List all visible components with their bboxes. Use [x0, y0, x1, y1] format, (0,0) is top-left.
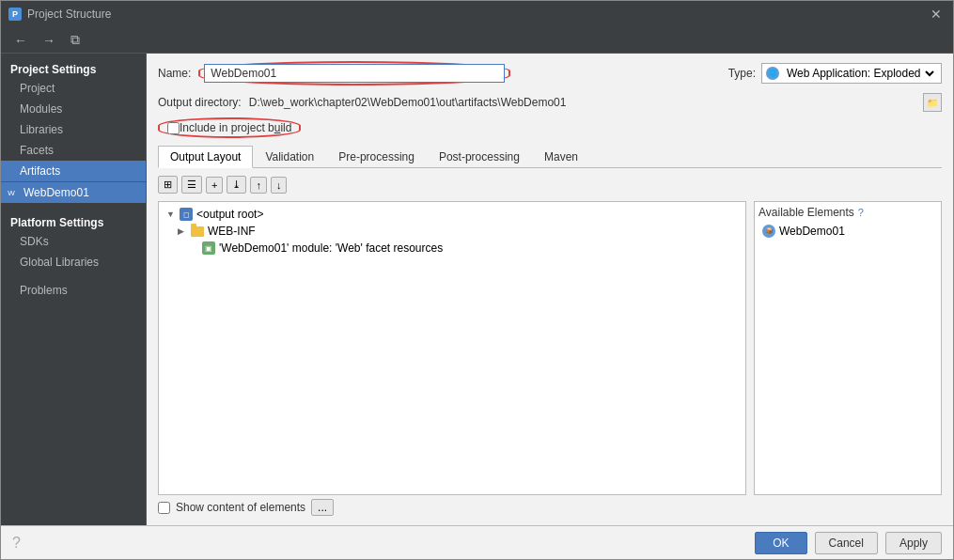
- bottom-area: Show content of elements ...: [158, 495, 942, 518]
- available-item-webdemo01[interactable]: 📦 WebDemo01: [759, 223, 937, 240]
- back-button[interactable]: ←: [8, 31, 33, 50]
- move-up-button[interactable]: ↑: [250, 177, 267, 194]
- output-tree[interactable]: ▼ ◻ <output root> ▶ WEB-INF ▣ 'WebDemo01…: [158, 201, 746, 495]
- artifact-header: Name: Type: 🌐 Web Application: Exploded: [158, 61, 942, 86]
- copy-button[interactable]: ⧉: [65, 30, 86, 50]
- available-elements-title: Available Elements: [759, 206, 854, 219]
- tree-item-facet-resources[interactable]: ▣ 'WebDemo01' module: 'Web' facet resour…: [163, 240, 742, 257]
- sidebar-item-artifacts[interactable]: Artifacts: [1, 161, 146, 181]
- apply-button[interactable]: Apply: [885, 532, 942, 554]
- sidebar: Project Settings Project Modules Librari…: [1, 54, 147, 525]
- sidebar-item-libraries[interactable]: Libraries: [1, 119, 146, 140]
- expand-arrow-facet: [189, 243, 198, 253]
- forward-button[interactable]: →: [37, 31, 61, 50]
- web-app-icon: 🌐: [766, 67, 779, 80]
- expand-arrow-output-root: ▼: [166, 210, 176, 219]
- title-bar: P Project Structure ✕: [1, 1, 953, 27]
- close-button[interactable]: ✕: [927, 7, 946, 22]
- web-inf-folder-icon: [191, 226, 204, 237]
- output-toolbar: ⊞ ☰ + ⤓ ↑ ↓: [158, 174, 942, 195]
- name-label: Name:: [158, 67, 191, 80]
- type-select-container[interactable]: 🌐 Web Application: Exploded: [761, 63, 942, 84]
- tab-output-layout[interactable]: Output Layout: [158, 146, 253, 168]
- include-project-build-checkbox[interactable]: [167, 122, 180, 134]
- facet-resources-label: 'WebDemo01' module: 'Web' facet resource…: [219, 241, 443, 255]
- platform-settings-label: Platform Settings: [1, 210, 146, 231]
- available-elements-header: Available Elements ?: [759, 206, 937, 219]
- artifact-sidebar-entry[interactable]: W WebDemo01: [1, 181, 146, 203]
- add-button[interactable]: +: [206, 177, 223, 194]
- type-row: Type: 🌐 Web Application: Exploded: [728, 63, 942, 84]
- type-label: Type:: [728, 67, 756, 80]
- web-inf-label: WEB-INF: [208, 225, 256, 238]
- window-title: Project Structure: [27, 8, 927, 21]
- output-dir-label: Output directory:: [158, 96, 242, 109]
- sidebar-item-project[interactable]: Project: [1, 78, 146, 99]
- include-project-build-row: Include in project build: [158, 117, 942, 138]
- right-panel: Name: Type: 🌐 Web Application: Exploded: [147, 54, 953, 525]
- sidebar-item-facets[interactable]: Facets: [1, 140, 146, 161]
- include-project-build-label[interactable]: Include in project build: [180, 121, 291, 134]
- output-dir-value: D:\web_work\chapter02\WebDemo01\out\arti…: [249, 96, 915, 109]
- sidebar-item-problems[interactable]: Problems: [1, 280, 146, 301]
- tab-bar: Output Layout Validation Pre-processing …: [158, 146, 942, 168]
- tab-post-processing[interactable]: Post-processing: [427, 146, 532, 167]
- include-highlight-oval: Include in project build: [158, 117, 301, 138]
- project-structure-dialog: P Project Structure ✕ ← → ⧉ Project Sett…: [0, 0, 954, 560]
- available-item-label: WebDemo01: [779, 225, 845, 238]
- expand-arrow-web-inf: ▶: [178, 226, 187, 236]
- show-content-checkbox[interactable]: [158, 502, 170, 514]
- cancel-button[interactable]: Cancel: [815, 532, 878, 554]
- tab-pre-processing[interactable]: Pre-processing: [326, 146, 427, 167]
- type-dropdown[interactable]: Web Application: Exploded: [783, 66, 937, 81]
- show-content-label[interactable]: Show content of elements: [176, 501, 305, 514]
- sidebar-item-sdks[interactable]: SDKs: [1, 231, 146, 252]
- tab-validation[interactable]: Validation: [253, 146, 326, 167]
- sidebar-item-modules[interactable]: Modules: [1, 99, 146, 119]
- tree-item-output-root[interactable]: ▼ ◻ <output root>: [163, 206, 742, 223]
- available-elements-help-icon[interactable]: ?: [858, 207, 864, 218]
- show-directories-button[interactable]: ☰: [181, 176, 202, 194]
- main-toolbar: ← → ⧉: [1, 27, 953, 54]
- move-down-button[interactable]: ↓: [271, 177, 288, 194]
- available-item-icon: 📦: [762, 225, 775, 238]
- footer-help-icon[interactable]: ?: [12, 535, 21, 552]
- name-input[interactable]: [204, 64, 505, 83]
- output-dir-row: Output directory: D:\web_work\chapter02\…: [158, 93, 942, 112]
- output-root-icon: ◻: [180, 208, 193, 221]
- footer: ? OK Cancel Apply: [1, 525, 953, 559]
- output-dir-browse-button[interactable]: 📁: [923, 93, 942, 112]
- name-highlight-oval: [198, 61, 510, 86]
- project-settings-label: Project Settings: [1, 57, 146, 78]
- tab-maven[interactable]: Maven: [532, 146, 590, 167]
- ellipsis-button[interactable]: ...: [311, 499, 334, 516]
- facet-resource-icon: ▣: [202, 241, 215, 255]
- available-elements-panel: Available Elements ? 📦 WebDemo01: [754, 201, 942, 495]
- output-root-label: <output root>: [196, 208, 263, 221]
- ok-button[interactable]: OK: [755, 532, 806, 554]
- output-area: ▼ ◻ <output root> ▶ WEB-INF ▣ 'WebDemo01…: [158, 201, 942, 495]
- artifact-sidebar-label: WebDemo01: [23, 186, 89, 199]
- tree-item-web-inf[interactable]: ▶ WEB-INF: [163, 223, 742, 240]
- name-row: Name:: [158, 61, 721, 86]
- main-content: Project Settings Project Modules Librari…: [1, 54, 953, 525]
- window-icon: P: [8, 8, 22, 21]
- extract-button[interactable]: ⤓: [227, 176, 246, 194]
- add-element-button[interactable]: ⊞: [158, 176, 178, 194]
- artifact-small-icon: W: [5, 186, 18, 199]
- sidebar-item-global-libraries[interactable]: Global Libraries: [1, 252, 146, 272]
